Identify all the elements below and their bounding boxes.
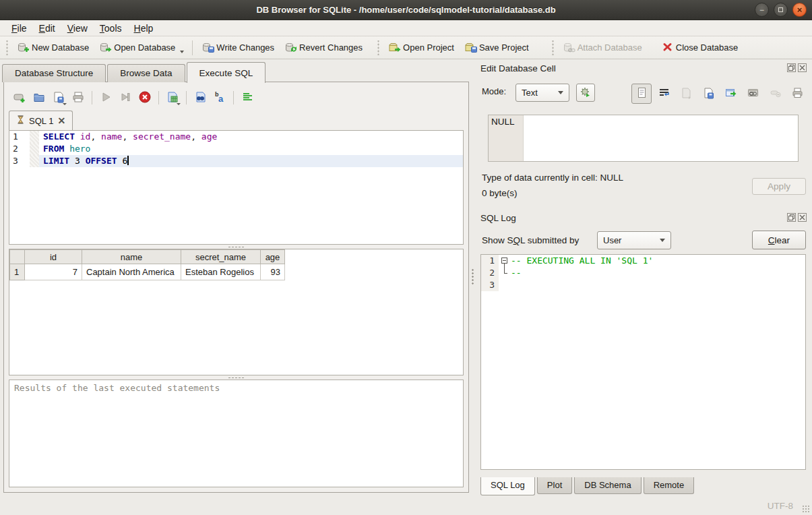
align-lines-icon	[241, 90, 254, 106]
cell[interactable]: 93	[261, 264, 285, 280]
format-sql-button[interactable]: ba	[211, 89, 228, 107]
tab-remote[interactable]: Remote	[644, 477, 695, 494]
find-icon	[193, 90, 207, 106]
float-dock-button[interactable]	[787, 63, 796, 72]
open-database-dropdown-arrow	[180, 51, 184, 53]
clear-log-button[interactable]: Clear	[752, 231, 806, 249]
tab-execute-sql[interactable]: Execute SQL	[187, 62, 266, 83]
apply-mode-button[interactable]	[576, 84, 595, 102]
open-database-icon	[98, 42, 111, 53]
editor-line[interactable]: 1SELECT id, name, secret_name, age	[9, 131, 463, 143]
attach-database-button: Attach Database	[557, 39, 647, 56]
row-number[interactable]: 1	[10, 264, 25, 280]
menu-help[interactable]: Help	[128, 22, 160, 35]
close-dock-button[interactable]	[798, 213, 807, 222]
write-changes-button[interactable]: Write Changes	[196, 39, 279, 56]
new-database-icon	[16, 42, 28, 53]
tab-browse-data[interactable]: Browse Data	[107, 64, 185, 82]
column-header[interactable]: secret_name	[181, 250, 261, 264]
editor-line[interactable]: 2FROM hero	[9, 143, 463, 155]
open-project-button[interactable]: Open Project	[383, 39, 459, 56]
export-data-button[interactable]	[698, 84, 718, 104]
open-sql-tab-button[interactable]	[11, 89, 28, 107]
corner-header[interactable]	[10, 250, 25, 264]
print-button[interactable]	[69, 89, 87, 107]
results-grid[interactable]: idnamesecret_nameage17Captain North Amer…	[9, 249, 464, 375]
cell[interactable]: Captain North America	[82, 264, 181, 280]
revert-changes-button[interactable]: Revert Changes	[279, 39, 367, 56]
editor-line[interactable]: 3LIMIT 3 OFFSET 6	[9, 155, 463, 167]
results-message-box[interactable]: Results of the last executed statements	[9, 380, 464, 487]
copy-link-button[interactable]	[743, 84, 763, 104]
close-window-button[interactable]: ×	[792, 3, 807, 17]
text-document-icon	[635, 86, 648, 101]
play-to-end-icon	[119, 90, 132, 106]
execute-all-button	[97, 89, 115, 107]
find-replace-button[interactable]	[191, 89, 209, 107]
table-row[interactable]: 17Captain North AmericaEsteban Rogelios9…	[10, 264, 285, 280]
open-project-icon	[387, 42, 400, 53]
log-line[interactable]: 3	[481, 279, 805, 291]
toolbar-drag-handle[interactable]	[551, 40, 555, 55]
menu-view[interactable]: View	[61, 22, 94, 35]
open-external-button[interactable]	[720, 84, 741, 104]
open-sql-file-button[interactable]	[30, 89, 48, 107]
resize-grip[interactable]	[802, 505, 810, 513]
text-mode-button[interactable]	[631, 84, 652, 104]
titlebar[interactable]: DB Browser for SQLite - /home/user/code/…	[0, 0, 812, 20]
stop-icon	[138, 90, 152, 106]
menu-tools[interactable]: Tools	[94, 22, 128, 35]
save-project-button[interactable]: Save Project	[459, 39, 534, 56]
mode-select[interactable]: Text	[516, 84, 569, 102]
db-browser-window: DB Browser for SQLite - /home/user/code/…	[0, 0, 812, 515]
log-line[interactable]: 1-- EXECUTING ALL IN 'SQL 1'	[481, 255, 805, 267]
save-sql-file-button[interactable]	[50, 89, 67, 107]
menu-file[interactable]: File	[5, 22, 33, 35]
tab-plot[interactable]: Plot	[537, 477, 572, 494]
align-indent-button[interactable]	[239, 89, 256, 107]
cell-editor-content[interactable]	[524, 115, 798, 161]
log-line[interactable]: 2--	[481, 267, 805, 279]
save-results-button[interactable]	[164, 89, 181, 107]
tab-database-structure[interactable]: Database Structure	[2, 64, 106, 82]
cell[interactable]: 7	[25, 264, 82, 280]
column-header[interactable]: name	[82, 250, 181, 264]
float-dock-button[interactable]	[787, 213, 796, 222]
word-wrap-button[interactable]	[654, 84, 674, 104]
cell-editor[interactable]: NULL	[488, 115, 799, 162]
set-null-icon	[769, 86, 782, 101]
menu-edit[interactable]: Edit	[33, 22, 61, 35]
save-as-icon	[702, 86, 715, 101]
log-filter-select[interactable]: User	[597, 231, 671, 249]
fold-marker-icon[interactable]	[501, 258, 507, 264]
statusbar: UTF-8	[0, 498, 812, 515]
format-letters-icon: ba	[213, 90, 226, 106]
print-cell-button[interactable]	[787, 84, 807, 104]
import-file-icon	[680, 86, 693, 101]
toolbar-drag-handle[interactable]	[377, 40, 380, 55]
sql-log-title: SQL Log	[480, 213, 516, 223]
main-splitter[interactable]	[470, 59, 475, 495]
toolbar-drag-handle[interactable]	[5, 40, 9, 55]
main-toolbar: New Database Open Database Write Changes…	[0, 36, 812, 59]
column-header[interactable]: age	[261, 250, 285, 264]
tab-db-schema[interactable]: DB Schema	[574, 477, 641, 494]
minimize-button[interactable]: −	[755, 3, 769, 17]
stop-execution-button[interactable]	[136, 89, 154, 107]
open-database-button[interactable]: Open Database	[94, 39, 189, 56]
close-sql-tab-icon[interactable]: ✕	[57, 115, 65, 126]
menubar: File Edit View Tools Help	[0, 20, 812, 36]
sql-1-tab[interactable]: SQL 1 ✕	[9, 111, 73, 130]
maximize-icon	[778, 7, 783, 12]
maximize-button[interactable]	[774, 3, 788, 17]
close-database-button[interactable]: Close Database	[658, 39, 743, 56]
results-table: idnamesecret_nameage17Captain North Amer…	[9, 249, 285, 280]
column-header[interactable]: id	[25, 250, 82, 264]
sql-log-view[interactable]: 1-- EXECUTING ALL IN 'SQL 1'2--3	[480, 254, 806, 470]
tab-sql-log[interactable]: SQL Log	[480, 477, 535, 495]
cell[interactable]: Esteban Rogelios	[181, 264, 261, 280]
sql-editor[interactable]: 1SELECT id, name, secret_name, age2FROM …	[9, 130, 464, 245]
close-dock-button[interactable]	[798, 63, 807, 72]
new-database-button[interactable]: New Database	[11, 39, 94, 56]
encoding-indicator[interactable]: UTF-8	[768, 501, 793, 511]
